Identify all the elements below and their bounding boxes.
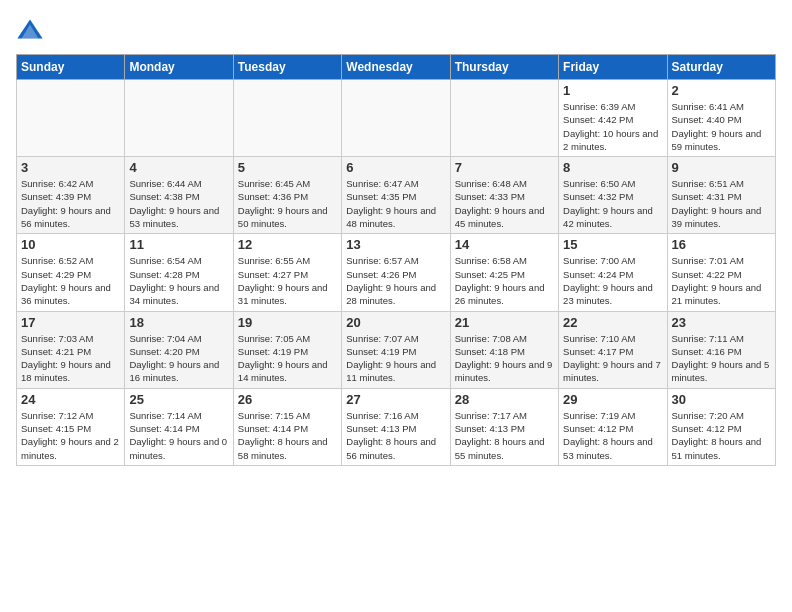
calendar-cell: 30Sunrise: 7:20 AM Sunset: 4:12 PM Dayli… [667,388,775,465]
day-number: 19 [238,315,337,330]
calendar-week-1: 1Sunrise: 6:39 AM Sunset: 4:42 PM Daylig… [17,80,776,157]
calendar-cell: 5Sunrise: 6:45 AM Sunset: 4:36 PM Daylig… [233,157,341,234]
calendar-cell [342,80,450,157]
calendar-cell: 25Sunrise: 7:14 AM Sunset: 4:14 PM Dayli… [125,388,233,465]
day-info: Sunrise: 6:41 AM Sunset: 4:40 PM Dayligh… [672,100,771,153]
day-number: 25 [129,392,228,407]
calendar-cell: 17Sunrise: 7:03 AM Sunset: 4:21 PM Dayli… [17,311,125,388]
day-info: Sunrise: 7:07 AM Sunset: 4:19 PM Dayligh… [346,332,445,385]
day-number: 8 [563,160,662,175]
calendar-cell: 23Sunrise: 7:11 AM Sunset: 4:16 PM Dayli… [667,311,775,388]
header-thursday: Thursday [450,55,558,80]
day-info: Sunrise: 7:03 AM Sunset: 4:21 PM Dayligh… [21,332,120,385]
logo [16,16,48,44]
day-info: Sunrise: 7:10 AM Sunset: 4:17 PM Dayligh… [563,332,662,385]
day-number: 4 [129,160,228,175]
calendar-cell: 21Sunrise: 7:08 AM Sunset: 4:18 PM Dayli… [450,311,558,388]
day-number: 22 [563,315,662,330]
header-tuesday: Tuesday [233,55,341,80]
day-info: Sunrise: 6:44 AM Sunset: 4:38 PM Dayligh… [129,177,228,230]
calendar-cell: 4Sunrise: 6:44 AM Sunset: 4:38 PM Daylig… [125,157,233,234]
day-number: 18 [129,315,228,330]
header-sunday: Sunday [17,55,125,80]
day-number: 1 [563,83,662,98]
day-info: Sunrise: 6:51 AM Sunset: 4:31 PM Dayligh… [672,177,771,230]
day-number: 14 [455,237,554,252]
calendar-cell: 22Sunrise: 7:10 AM Sunset: 4:17 PM Dayli… [559,311,667,388]
day-info: Sunrise: 6:55 AM Sunset: 4:27 PM Dayligh… [238,254,337,307]
calendar-cell [17,80,125,157]
calendar-cell: 14Sunrise: 6:58 AM Sunset: 4:25 PM Dayli… [450,234,558,311]
calendar-cell [125,80,233,157]
calendar-week-4: 17Sunrise: 7:03 AM Sunset: 4:21 PM Dayli… [17,311,776,388]
day-number: 26 [238,392,337,407]
day-number: 13 [346,237,445,252]
header-wednesday: Wednesday [342,55,450,80]
day-info: Sunrise: 7:20 AM Sunset: 4:12 PM Dayligh… [672,409,771,462]
day-info: Sunrise: 6:54 AM Sunset: 4:28 PM Dayligh… [129,254,228,307]
day-info: Sunrise: 7:19 AM Sunset: 4:12 PM Dayligh… [563,409,662,462]
day-info: Sunrise: 6:50 AM Sunset: 4:32 PM Dayligh… [563,177,662,230]
calendar-cell: 13Sunrise: 6:57 AM Sunset: 4:26 PM Dayli… [342,234,450,311]
calendar-cell: 27Sunrise: 7:16 AM Sunset: 4:13 PM Dayli… [342,388,450,465]
header-monday: Monday [125,55,233,80]
day-number: 11 [129,237,228,252]
calendar-cell: 1Sunrise: 6:39 AM Sunset: 4:42 PM Daylig… [559,80,667,157]
page-header [16,16,776,44]
day-info: Sunrise: 7:04 AM Sunset: 4:20 PM Dayligh… [129,332,228,385]
calendar: SundayMondayTuesdayWednesdayThursdayFrid… [16,54,776,466]
calendar-week-5: 24Sunrise: 7:12 AM Sunset: 4:15 PM Dayli… [17,388,776,465]
day-info: Sunrise: 6:57 AM Sunset: 4:26 PM Dayligh… [346,254,445,307]
day-number: 3 [21,160,120,175]
calendar-cell: 10Sunrise: 6:52 AM Sunset: 4:29 PM Dayli… [17,234,125,311]
day-number: 30 [672,392,771,407]
day-number: 17 [21,315,120,330]
day-number: 7 [455,160,554,175]
calendar-cell [233,80,341,157]
calendar-cell: 7Sunrise: 6:48 AM Sunset: 4:33 PM Daylig… [450,157,558,234]
calendar-cell: 9Sunrise: 6:51 AM Sunset: 4:31 PM Daylig… [667,157,775,234]
day-info: Sunrise: 7:15 AM Sunset: 4:14 PM Dayligh… [238,409,337,462]
day-number: 6 [346,160,445,175]
day-number: 21 [455,315,554,330]
calendar-cell: 29Sunrise: 7:19 AM Sunset: 4:12 PM Dayli… [559,388,667,465]
calendar-cell: 18Sunrise: 7:04 AM Sunset: 4:20 PM Dayli… [125,311,233,388]
calendar-cell: 20Sunrise: 7:07 AM Sunset: 4:19 PM Dayli… [342,311,450,388]
day-info: Sunrise: 6:48 AM Sunset: 4:33 PM Dayligh… [455,177,554,230]
day-info: Sunrise: 7:14 AM Sunset: 4:14 PM Dayligh… [129,409,228,462]
day-number: 16 [672,237,771,252]
day-number: 2 [672,83,771,98]
day-number: 20 [346,315,445,330]
day-number: 23 [672,315,771,330]
day-info: Sunrise: 6:45 AM Sunset: 4:36 PM Dayligh… [238,177,337,230]
day-info: Sunrise: 7:12 AM Sunset: 4:15 PM Dayligh… [21,409,120,462]
day-info: Sunrise: 6:42 AM Sunset: 4:39 PM Dayligh… [21,177,120,230]
day-info: Sunrise: 6:47 AM Sunset: 4:35 PM Dayligh… [346,177,445,230]
calendar-cell: 8Sunrise: 6:50 AM Sunset: 4:32 PM Daylig… [559,157,667,234]
calendar-cell: 3Sunrise: 6:42 AM Sunset: 4:39 PM Daylig… [17,157,125,234]
header-friday: Friday [559,55,667,80]
calendar-cell: 24Sunrise: 7:12 AM Sunset: 4:15 PM Dayli… [17,388,125,465]
day-info: Sunrise: 6:52 AM Sunset: 4:29 PM Dayligh… [21,254,120,307]
day-number: 15 [563,237,662,252]
day-number: 28 [455,392,554,407]
day-info: Sunrise: 6:58 AM Sunset: 4:25 PM Dayligh… [455,254,554,307]
day-number: 9 [672,160,771,175]
calendar-cell: 6Sunrise: 6:47 AM Sunset: 4:35 PM Daylig… [342,157,450,234]
day-info: Sunrise: 7:05 AM Sunset: 4:19 PM Dayligh… [238,332,337,385]
header-saturday: Saturday [667,55,775,80]
logo-icon [16,16,44,44]
calendar-cell [450,80,558,157]
day-info: Sunrise: 7:00 AM Sunset: 4:24 PM Dayligh… [563,254,662,307]
day-info: Sunrise: 7:16 AM Sunset: 4:13 PM Dayligh… [346,409,445,462]
day-info: Sunrise: 7:11 AM Sunset: 4:16 PM Dayligh… [672,332,771,385]
calendar-cell: 16Sunrise: 7:01 AM Sunset: 4:22 PM Dayli… [667,234,775,311]
day-number: 29 [563,392,662,407]
calendar-cell: 2Sunrise: 6:41 AM Sunset: 4:40 PM Daylig… [667,80,775,157]
calendar-cell: 28Sunrise: 7:17 AM Sunset: 4:13 PM Dayli… [450,388,558,465]
calendar-cell: 19Sunrise: 7:05 AM Sunset: 4:19 PM Dayli… [233,311,341,388]
calendar-cell: 11Sunrise: 6:54 AM Sunset: 4:28 PM Dayli… [125,234,233,311]
day-info: Sunrise: 7:01 AM Sunset: 4:22 PM Dayligh… [672,254,771,307]
day-info: Sunrise: 6:39 AM Sunset: 4:42 PM Dayligh… [563,100,662,153]
calendar-cell: 26Sunrise: 7:15 AM Sunset: 4:14 PM Dayli… [233,388,341,465]
